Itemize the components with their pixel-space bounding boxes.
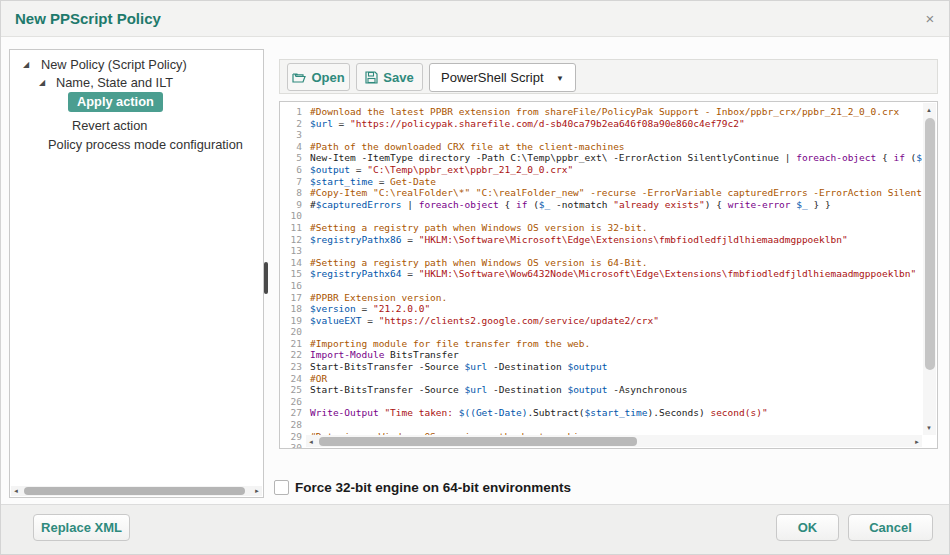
- line-number: 21: [280, 338, 302, 350]
- line-number: 18: [280, 303, 302, 315]
- line-number: 4: [280, 141, 302, 153]
- code-line: 17#PPBR Extension version.: [280, 292, 922, 304]
- code-line: 28: [280, 419, 922, 431]
- code-line: 10: [280, 210, 922, 222]
- new-ppscript-policy-dialog: New PPScript Policy × ◢ New Policy (Scri…: [0, 0, 950, 555]
- ok-button[interactable]: OK: [776, 514, 839, 541]
- scroll-right-icon[interactable]: ►: [914, 437, 920, 447]
- code-line: 23Start-BitsTransfer -Source $url -Desti…: [280, 361, 922, 373]
- tree-horizontal-scrollbar[interactable]: ◄ ►: [11, 486, 262, 496]
- code-line: 21#Importing module for file transfer fr…: [280, 338, 922, 350]
- tree-item-apply-action-selected[interactable]: Apply action: [68, 92, 163, 112]
- open-button[interactable]: Open: [287, 63, 350, 91]
- tree-item-name-state-ilt[interactable]: Name, State and ILT: [56, 75, 173, 90]
- code-line: 4#Path of the downloaded CRX file at the…: [280, 141, 922, 153]
- code-line: 12$registryPathx86 = "HKLM:\Software\Mic…: [280, 234, 922, 246]
- folder-icon: [292, 71, 306, 84]
- code-line: 7$start_time = Get-Date: [280, 176, 922, 188]
- scroll-down-icon[interactable]: ▼: [926, 423, 932, 433]
- code-line: 27Write-Output "Time taken: $((Get-Date)…: [280, 407, 922, 419]
- dialog-header: New PPScript Policy ×: [1, 1, 950, 37]
- replace-xml-button[interactable]: Replace XML: [33, 514, 130, 541]
- tree-item-revert-action[interactable]: Revert action: [72, 118, 147, 133]
- line-number: 26: [280, 396, 302, 408]
- code-lines: 1#Download the latest PPBR extension fro…: [280, 106, 922, 449]
- code-line: 2$url = "https://policypak.sharefile.com…: [280, 118, 922, 130]
- line-number: 22: [280, 349, 302, 361]
- panel-splitter: [264, 49, 278, 498]
- scroll-up-icon[interactable]: ▲: [926, 105, 932, 115]
- cancel-button[interactable]: Cancel: [848, 514, 933, 541]
- tree-expand-icon[interactable]: ◢: [39, 78, 45, 87]
- line-number: 25: [280, 384, 302, 396]
- line-number: 23: [280, 361, 302, 373]
- code-line: 18$version = "21.2.0.0": [280, 303, 922, 315]
- line-number: 24: [280, 373, 302, 385]
- code-line: 25Start-BitsTransfer -Source $url -Desti…: [280, 384, 922, 396]
- open-button-label: Open: [311, 70, 344, 85]
- tree-item-policy-process-mode[interactable]: Policy process mode configuration: [48, 137, 243, 152]
- code-line: 13: [280, 245, 922, 257]
- code-line: 3: [280, 129, 922, 141]
- dialog-footer: Replace XML OK Cancel: [1, 504, 950, 554]
- code-line: 22Import-Module BitsTransfer: [280, 349, 922, 361]
- line-number: 8: [280, 187, 302, 199]
- line-number: 28: [280, 419, 302, 431]
- line-number: 15: [280, 268, 302, 280]
- code-line: 19$valueEXT = "https://clients2.google.c…: [280, 315, 922, 327]
- line-number: 7: [280, 176, 302, 188]
- line-number: 16: [280, 280, 302, 292]
- line-number: 12: [280, 234, 302, 246]
- line-number: 20: [280, 326, 302, 338]
- tree-expand-icon[interactable]: ◢: [23, 60, 29, 69]
- scrollbar-thumb[interactable]: [925, 118, 935, 370]
- code-line: 8#Copy-Item "C:\realFolder\*" "C:\realFo…: [280, 187, 922, 199]
- policy-tree-panel: ◢ New Policy (Script Policy) ◢ Name, Sta…: [9, 49, 264, 498]
- code-line: 11#Setting a registry path when Windows …: [280, 222, 922, 234]
- editor-vertical-scrollbar[interactable]: ▲ ▼: [923, 103, 936, 435]
- close-icon[interactable]: ×: [921, 10, 939, 27]
- code-line: 9#$capturedErrors | foreach-object { if …: [280, 199, 922, 211]
- force-32bit-row: Force 32-bit engine on 64-bit environmen…: [274, 477, 571, 497]
- save-button[interactable]: Save: [356, 63, 423, 91]
- code-line: 16: [280, 280, 922, 292]
- tree-item-new-policy[interactable]: New Policy (Script Policy): [41, 57, 187, 72]
- line-number: 6: [280, 164, 302, 176]
- code-line: 24#OR: [280, 373, 922, 385]
- editor-toolbar: Open Save PowerShell Script ▼: [279, 59, 938, 94]
- chevron-down-icon: ▼: [556, 74, 564, 83]
- line-number: 30: [280, 442, 302, 449]
- code-line: 20: [280, 326, 922, 338]
- floppy-icon: [365, 71, 378, 84]
- code-line: 14#Setting a registry path when Windows …: [280, 257, 922, 269]
- script-type-dropdown[interactable]: PowerShell Script ▼: [429, 63, 576, 92]
- line-number: 19: [280, 315, 302, 327]
- code-line: 6$output = "C:\Temp\ppbr_ext\ppbr_21_2_0…: [280, 164, 922, 176]
- line-number: 27: [280, 407, 302, 419]
- script-type-value: PowerShell Script: [441, 70, 544, 85]
- scroll-left-icon[interactable]: ◄: [13, 486, 19, 496]
- editor-horizontal-scrollbar[interactable]: ◄ ►: [306, 435, 922, 447]
- script-code-editor[interactable]: 1#Download the latest PPBR extension fro…: [279, 101, 938, 449]
- line-number: 11: [280, 222, 302, 234]
- splitter-handle[interactable]: [264, 262, 268, 294]
- line-number: 2: [280, 118, 302, 130]
- force-32bit-checkbox[interactable]: [274, 480, 289, 495]
- scroll-right-icon[interactable]: ►: [254, 486, 260, 496]
- line-number: 5: [280, 152, 302, 164]
- line-number: 14: [280, 257, 302, 269]
- save-button-label: Save: [383, 70, 413, 85]
- code-line: 5New-Item -ItemType directory -Path C:\T…: [280, 152, 922, 164]
- code-line: 26: [280, 396, 922, 408]
- scrollbar-thumb[interactable]: [24, 487, 245, 495]
- dialog-title: New PPScript Policy: [15, 10, 161, 27]
- line-number: 3: [280, 129, 302, 141]
- line-number: 1: [280, 106, 302, 118]
- code-line: 15$registryPathx64 = "HKLM:\Software\Wow…: [280, 268, 922, 280]
- scrollbar-thumb[interactable]: [319, 437, 637, 446]
- line-number: 10: [280, 210, 302, 222]
- scroll-left-icon[interactable]: ◄: [308, 437, 314, 447]
- line-number: 17: [280, 292, 302, 304]
- line-number: 9: [280, 199, 302, 211]
- code-line: 1#Download the latest PPBR extension fro…: [280, 106, 922, 118]
